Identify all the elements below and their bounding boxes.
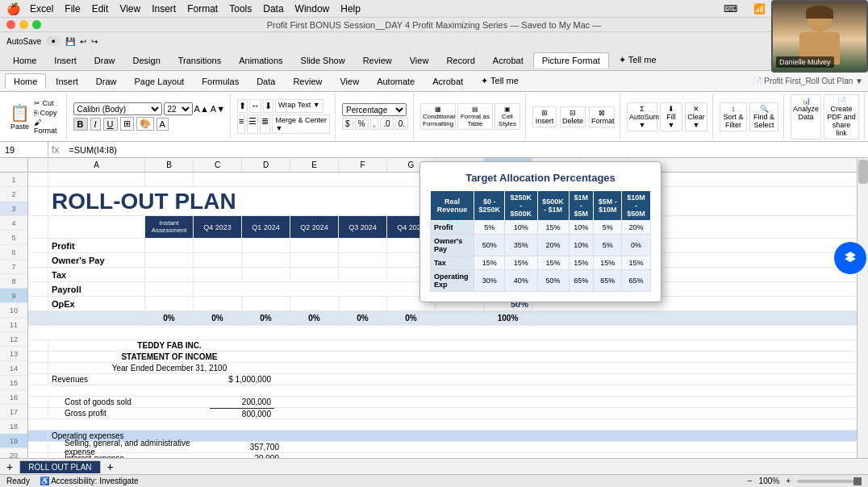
cell-14-E[interactable]: $ 1,000,000: [210, 374, 274, 385]
tab-data[interactable]: Data: [248, 74, 283, 89]
percent-format-button[interactable]: %: [355, 118, 369, 130]
cell-9-I[interactable]: 100%: [484, 311, 532, 325]
decrease-font-button[interactable]: A▼: [211, 104, 225, 114]
tab-animations[interactable]: Animations: [231, 53, 290, 68]
cell-12-A[interactable]: STATEMENT OF INCOME: [48, 352, 290, 362]
cell-3-0[interactable]: [28, 216, 48, 238]
tab-automate[interactable]: Automate: [369, 74, 423, 89]
accessibility-status[interactable]: ♿ Accessibility: Investigate: [40, 477, 139, 485]
redo-button[interactable]: ↪: [91, 37, 98, 46]
cell-3-A[interactable]: [48, 216, 145, 238]
comma-format-button[interactable]: ,: [370, 118, 379, 130]
cell-20-E[interactable]: 357,700: [234, 442, 282, 452]
cell-9-E[interactable]: 0%: [290, 311, 339, 325]
tab-record[interactable]: Record: [438, 53, 482, 68]
zoom-out-button[interactable]: −: [748, 477, 753, 485]
cell-6-D[interactable]: [242, 268, 290, 281]
insert-cells-button[interactable]: ⊞Insert: [532, 106, 557, 127]
find-select-button[interactable]: 🔍Find & Select: [749, 102, 778, 131]
align-bottom-button[interactable]: ⬇: [263, 99, 273, 113]
cell-4-D[interactable]: [242, 239, 290, 252]
cell-3-B[interactable]: Instant Assessment: [145, 216, 194, 238]
decrease-decimal-button[interactable]: 0.: [395, 118, 408, 130]
tab-acrobat-xl[interactable]: Acrobat: [424, 74, 471, 89]
row-19[interactable]: 19: [0, 434, 27, 448]
cell-5-B[interactable]: [145, 253, 194, 267]
cell-11-0[interactable]: [28, 340, 48, 351]
tab-review-xl[interactable]: Review: [285, 74, 330, 89]
menu-format[interactable]: Format: [187, 3, 218, 15]
cell-4-B[interactable]: [145, 239, 194, 252]
cell-12-0[interactable]: [28, 352, 48, 362]
row-4[interactable]: 4: [0, 216, 27, 231]
cell-1-A[interactable]: [48, 173, 145, 186]
menu-view[interactable]: View: [119, 3, 140, 15]
cell-9-G[interactable]: 0%: [387, 311, 436, 325]
align-right-button[interactable]: ≣: [260, 114, 270, 134]
cell-9-H[interactable]: [436, 311, 484, 325]
cell-8-B[interactable]: [145, 297, 194, 310]
cell-13-0[interactable]: [28, 363, 48, 373]
align-center-button[interactable]: ☰: [247, 114, 258, 134]
cell-5-D[interactable]: [242, 253, 290, 267]
dollar-format-button[interactable]: $: [342, 118, 353, 130]
tab-draw-pp[interactable]: Draw: [86, 53, 123, 68]
add-sheet-button[interactable]: +: [3, 460, 16, 473]
tab-picture-format[interactable]: Picture Format: [533, 52, 609, 68]
delete-cells-button[interactable]: ⊟Delete: [560, 106, 586, 127]
row-9[interactable]: 9: [0, 289, 27, 303]
cell-19-0[interactable]: [28, 431, 48, 441]
menu-insert[interactable]: Insert: [152, 3, 176, 15]
vertical-scrollbar[interactable]: [857, 158, 868, 487]
undo-button[interactable]: ↩: [80, 37, 86, 46]
row-2[interactable]: 2: [0, 187, 27, 202]
tab-view-xl[interactable]: View: [332, 74, 367, 89]
cell-4-A[interactable]: Profit: [48, 239, 145, 252]
tab-formulas[interactable]: Formulas: [194, 74, 247, 89]
menu-tools[interactable]: Tools: [229, 3, 252, 15]
cell-3-E[interactable]: Q2 2024: [290, 216, 339, 238]
tab-insert-xl[interactable]: Insert: [48, 74, 86, 89]
cell-5-C[interactable]: [194, 253, 242, 267]
sheet-tab-rollout[interactable]: ROLL OUT PLAN: [19, 460, 100, 473]
bold-button[interactable]: B: [73, 118, 88, 131]
increase-font-button[interactable]: A▲: [194, 104, 209, 114]
col-header-D[interactable]: D: [242, 158, 290, 172]
create-pdf-button[interactable]: 📄Create PDF and share link: [824, 94, 859, 139]
row-8[interactable]: 8: [0, 274, 27, 289]
row-7[interactable]: 7: [0, 260, 27, 274]
col-header-B[interactable]: B: [145, 158, 194, 172]
cell-8-C[interactable]: [194, 297, 242, 310]
tab-home-xl[interactable]: Home: [5, 73, 46, 89]
cell-1-B[interactable]: [145, 173, 194, 186]
cell-6-E[interactable]: [290, 268, 339, 281]
cell-16-A[interactable]: Cost of goods sold: [48, 397, 210, 407]
sort-filter-button[interactable]: ↕Sort & Filter: [720, 102, 747, 131]
font-selector[interactable]: Calibri (Body): [73, 102, 162, 115]
cut-button[interactable]: ✂ Cut: [34, 99, 61, 107]
col-header-C[interactable]: C: [194, 158, 242, 172]
cell-14-A[interactable]: Revenues: [48, 374, 210, 385]
cell-9-C[interactable]: 0%: [194, 311, 242, 325]
row-5[interactable]: 5: [0, 231, 27, 245]
col-header-A[interactable]: A: [48, 158, 145, 172]
cell-6-0[interactable]: [28, 268, 48, 281]
menu-window[interactable]: Window: [295, 3, 330, 15]
format-cells-button[interactable]: ⊠Format: [589, 106, 615, 127]
cell-6-B[interactable]: [145, 268, 194, 281]
cell-reference-box[interactable]: 19: [0, 142, 48, 157]
cell-8-E[interactable]: [290, 297, 339, 310]
row-1[interactable]: 1: [0, 173, 27, 187]
align-middle-button[interactable]: ↔: [249, 99, 261, 113]
minimize-button[interactable]: [19, 20, 28, 29]
save-button[interactable]: 💾: [65, 37, 75, 46]
analyze-data-button[interactable]: 📊Analyze Data: [791, 94, 821, 139]
formula-input[interactable]: =SUM(I4:I8): [62, 145, 868, 155]
underline-button[interactable]: U: [103, 118, 118, 131]
col-select-all[interactable]: [28, 158, 48, 172]
row-14[interactable]: 14: [0, 361, 27, 376]
cell-3-C[interactable]: Q4 2023: [194, 216, 242, 238]
menu-excel[interactable]: Excel: [30, 3, 53, 15]
merge-center-button[interactable]: Merge & Center ▼: [272, 114, 330, 134]
row-18[interactable]: 18: [0, 419, 27, 434]
